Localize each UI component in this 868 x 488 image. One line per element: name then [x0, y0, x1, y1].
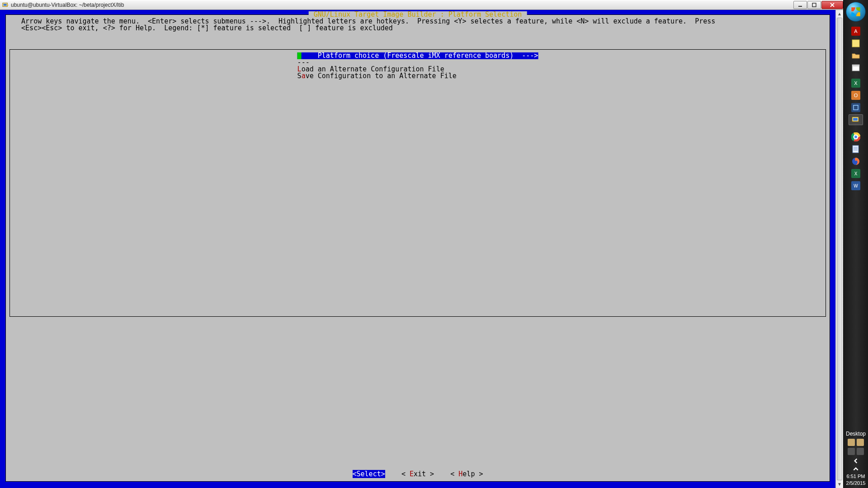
taskbar-outlook-icon[interactable]: O — [849, 90, 863, 101]
scroll-up-button[interactable]: ▲ — [836, 10, 843, 18]
terminal[interactable]: GNU/Linux Target Image Builder : Platfor… — [0, 10, 835, 488]
svg-rect-19 — [853, 118, 858, 121]
taskbar-clock[interactable]: 6:51 PM 2/5/2015 — [846, 473, 866, 486]
putty-window: ubuntu@ubuntu-VirtualBox: ~/beta/project… — [0, 0, 843, 488]
svg-rect-9 — [852, 40, 859, 47]
minimize-button[interactable] — [793, 1, 807, 9]
close-button[interactable] — [821, 1, 843, 9]
svg-rect-11 — [852, 65, 859, 66]
taskbar-putty-icon[interactable] — [849, 114, 863, 125]
svg-rect-4 — [812, 3, 816, 7]
exit-button[interactable]: < Exit > — [401, 470, 434, 478]
help-button[interactable]: < Help > — [450, 470, 483, 478]
clock-time: 6:51 PM — [846, 473, 866, 479]
desktop-peek-label[interactable]: Desktop — [846, 431, 866, 437]
svg-point-24 — [854, 136, 858, 139]
menu-list: Platform choice (Freescale iMX reference… — [297, 52, 538, 80]
svg-text:X: X — [854, 171, 858, 176]
svg-rect-25 — [853, 145, 859, 153]
window-title: ubuntu@ubuntu-VirtualBox: ~/beta/project… — [11, 2, 124, 8]
vertical-scrollbar[interactable]: ▲ ▼ — [835, 10, 843, 488]
menu-item-save-config[interactable]: Save Configuration to an Alternate File — [297, 73, 457, 80]
svg-text:O: O — [854, 93, 858, 98]
select-button[interactable]: <Select> — [353, 470, 385, 478]
instructions: Arrow keys navigate the menu. <Enter> se… — [9, 17, 826, 34]
ncurses-inner-box: Platform choice (Freescale iMX reference… — [9, 49, 826, 317]
svg-text:A: A — [854, 28, 858, 34]
svg-rect-1 — [4, 4, 7, 5]
tray-arrow-up-icon[interactable] — [853, 466, 859, 472]
taskbar-calendar-icon[interactable] — [849, 62, 863, 73]
tray-arrow-left-icon[interactable] — [853, 458, 859, 464]
titlebar[interactable]: ubuntu@ubuntu-VirtualBox: ~/beta/project… — [0, 0, 843, 10]
maximize-button[interactable] — [807, 1, 821, 9]
taskbar-notepad-icon[interactable] — [849, 144, 863, 155]
clock-date: 2/5/2015 — [846, 480, 866, 486]
taskbar-adobe-reader-icon[interactable]: A — [849, 26, 863, 37]
ncurses-title: GNU/Linux Target Image Builder : Platfor… — [309, 11, 527, 18]
tray-folder-icons[interactable] — [848, 439, 864, 446]
svg-rect-16 — [851, 103, 860, 112]
svg-text:W: W — [854, 183, 858, 188]
ncurses-buttons: <Select> < Exit > < Help > — [6, 471, 830, 478]
desktop: ubuntu@ubuntu-VirtualBox: ~/beta/project… — [0, 0, 868, 488]
ncurses-outer-box: GNU/Linux Target Image Builder : Platfor… — [5, 14, 830, 482]
svg-rect-2 — [7, 5, 9, 6]
taskbar-sticky-notes-icon[interactable] — [849, 38, 863, 49]
taskbar-explorer-icon[interactable] — [849, 50, 863, 61]
taskbar-chrome-icon[interactable] — [849, 131, 863, 142]
putty-icon — [2, 1, 9, 9]
terminal-body: GNU/Linux Target Image Builder : Platfor… — [0, 10, 843, 488]
windows-taskbar[interactable]: A X O X W Desktop 6:51 PM 2/5/2015 — [843, 0, 868, 488]
start-button[interactable] — [846, 2, 866, 22]
system-tray[interactable]: Desktop 6:51 PM 2/5/2015 — [844, 431, 868, 488]
taskbar-excel-icon[interactable]: X — [849, 78, 863, 89]
taskbar-word-icon[interactable]: W — [849, 180, 863, 191]
svg-text:X: X — [854, 80, 858, 86]
scroll-thumb[interactable] — [837, 18, 842, 480]
scroll-down-button[interactable]: ▼ — [836, 480, 843, 488]
taskbar-excel2-icon[interactable]: X — [849, 168, 863, 179]
taskbar-virtualbox-icon[interactable] — [849, 102, 863, 113]
taskbar-firefox-icon[interactable] — [849, 156, 863, 167]
tray-more-icons[interactable] — [848, 448, 864, 455]
menu-item-platform-choice[interactable]: Platform choice (Freescale iMX reference… — [297, 52, 538, 59]
